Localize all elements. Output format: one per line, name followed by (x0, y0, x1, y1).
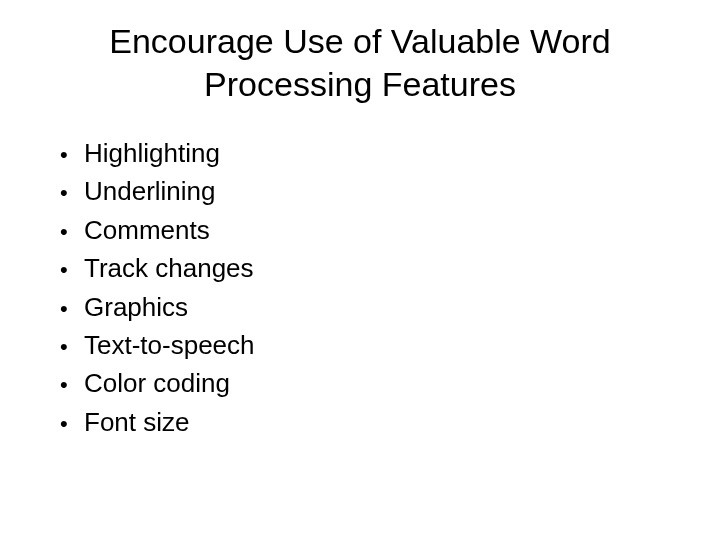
list-item-label: Font size (84, 404, 680, 440)
list-item-label: Highlighting (84, 135, 680, 171)
bullet-icon: • (60, 217, 84, 248)
list-item: • Text-to-speech (60, 327, 680, 363)
bullet-icon: • (60, 332, 84, 363)
bullet-icon: • (60, 140, 84, 171)
list-item: • Underlining (60, 173, 680, 209)
bullet-list: • Highlighting • Underlining • Comments … (40, 135, 680, 440)
bullet-icon: • (60, 409, 84, 440)
list-item: • Comments (60, 212, 680, 248)
list-item: • Font size (60, 404, 680, 440)
list-item-label: Comments (84, 212, 680, 248)
list-item-label: Track changes (84, 250, 680, 286)
bullet-icon: • (60, 294, 84, 325)
bullet-icon: • (60, 255, 84, 286)
list-item-label: Text-to-speech (84, 327, 680, 363)
list-item: • Track changes (60, 250, 680, 286)
list-item-label: Underlining (84, 173, 680, 209)
list-item: • Highlighting (60, 135, 680, 171)
slide-title: Encourage Use of Valuable Word Processin… (40, 20, 680, 105)
list-item: • Graphics (60, 289, 680, 325)
list-item-label: Color coding (84, 365, 680, 401)
list-item: • Color coding (60, 365, 680, 401)
list-item-label: Graphics (84, 289, 680, 325)
bullet-icon: • (60, 178, 84, 209)
bullet-icon: • (60, 370, 84, 401)
